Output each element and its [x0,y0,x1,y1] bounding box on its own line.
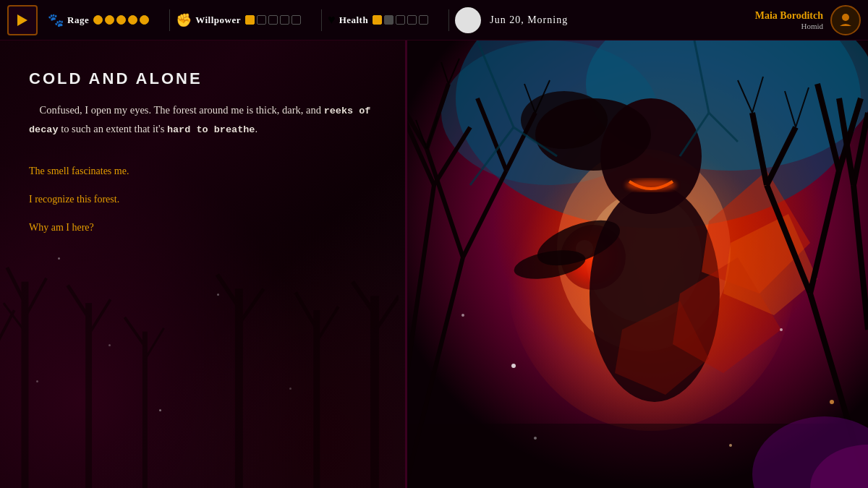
willpower-pip-5 [292,15,301,25]
rage-pips [93,15,149,25]
svg-line-8 [4,303,25,331]
svg-rect-9 [85,303,92,488]
rage-stat: 🐾 Rage [48,12,149,28]
moon-phase-indicator [455,7,481,33]
willpower-icon: ✊ [176,12,192,28]
svg-line-14 [145,328,164,359]
separator-3 [448,9,449,31]
health-pip-4 [407,15,417,25]
svg-line-17 [239,288,263,324]
svg-point-83 [780,328,783,331]
health-stat: ♥ Health [328,12,428,27]
choices-list: The smell fascinates me. I recognize thi… [29,160,380,238]
sparkle-5 [159,409,161,411]
svg-line-16 [217,275,239,307]
svg-rect-5 [22,281,29,488]
health-pip-5 [419,15,428,25]
svg-point-82 [511,364,516,368]
willpower-stat: ✊ Willpower [176,12,301,28]
date-display: Jun 20, Morning [490,14,568,26]
sparkle-6 [36,380,38,382]
willpower-pips [245,15,301,25]
right-panel-illustration [405,40,868,488]
rage-pip-3 [116,15,126,25]
svg-point-84 [461,314,464,317]
svg-line-20 [316,307,339,342]
willpower-pip-3 [268,15,278,25]
character-avatar[interactable] [830,5,861,35]
rage-pip-1 [93,15,103,25]
svg-line-7 [25,278,46,317]
chapter-title: Cold and Alone [29,69,380,88]
svg-rect-15 [235,288,243,488]
menu-button[interactable] [7,5,38,35]
narrative-text: Confused, I open my eyes. The forest aro… [29,101,380,139]
health-label: Health [339,14,369,26]
top-bar: 🐾 Rage ✊ Willpower ♥ Health [0,0,868,40]
character-info: Maia Boroditch Homid [755,5,861,35]
rage-pip-5 [140,15,149,25]
rage-pip-4 [128,15,137,25]
svg-rect-18 [313,310,320,488]
rage-icon: 🐾 [48,12,64,28]
willpower-pip-1 [245,15,255,25]
character-name-group: Maia Boroditch Homid [755,10,823,30]
left-panel: Cold and Alone Confused, I open my eyes.… [0,40,405,488]
separator-1 [169,9,170,31]
sparkle-2 [109,344,111,346]
sparkle-3 [217,294,219,296]
svg-point-40 [626,179,676,191]
svg-point-87 [729,444,732,447]
choice-2[interactable]: I recognize this forest. [29,189,380,210]
svg-point-86 [534,437,537,440]
sparkle-4 [289,388,292,390]
health-pip-3 [396,15,405,25]
svg-line-13 [124,317,145,346]
svg-line-19 [296,292,317,328]
svg-line-6 [7,267,25,303]
rage-pip-2 [105,15,114,25]
character-type: Homid [755,22,823,30]
svg-marker-0 [17,14,27,26]
health-icon: ♥ [328,12,336,27]
svg-point-85 [830,400,834,404]
choice-1[interactable]: The smell fascinates me. [29,160,380,181]
willpower-pip-4 [280,15,289,25]
health-pip-2 [384,15,393,25]
svg-line-11 [88,299,111,335]
svg-line-23 [375,296,399,331]
svg-line-22 [352,281,375,313]
rage-label: Rage [67,14,89,26]
choice-3[interactable]: Why am I here? [29,217,380,238]
svg-rect-12 [142,331,148,488]
main-content: Cold and Alone Confused, I open my eyes.… [0,40,868,488]
willpower-pip-2 [257,15,266,25]
sparkle-1 [58,257,60,260]
health-pip-1 [373,15,382,25]
scene-illustration [405,40,868,488]
character-name: Maia Boroditch [755,10,823,22]
health-pips [373,15,428,25]
svg-line-10 [68,285,89,317]
svg-rect-21 [370,296,379,488]
svg-point-1 [842,14,849,21]
highlight-breathe: hard to breathe [167,124,255,135]
willpower-label: Willpower [195,14,241,26]
separator-2 [321,9,322,31]
svg-line-4 [0,310,14,346]
